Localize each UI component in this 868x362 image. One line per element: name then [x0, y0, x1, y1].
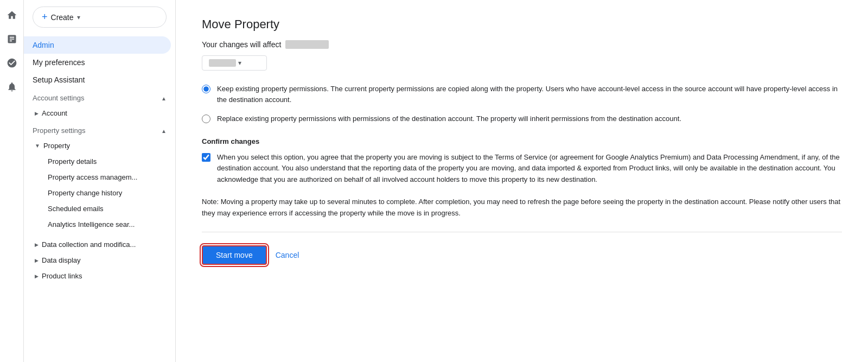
property-settings-header[interactable]: Property settings — [24, 121, 175, 138]
scheduled-emails-nav[interactable]: Scheduled emails — [24, 201, 175, 217]
action-row: Start move Cancel — [202, 245, 842, 265]
subtitle-text: Your changes will affect — [202, 40, 281, 49]
property-arrow-icon — [35, 143, 40, 149]
account-arrow-icon — [35, 110, 39, 116]
divider — [202, 232, 842, 232]
cancel-button[interactable]: Cancel — [276, 251, 299, 259]
radio-option-keep: Keep existing property permissions. The … — [202, 84, 842, 105]
property-change-history-nav[interactable]: Property change history — [24, 185, 175, 201]
note-text: Note: Moving a property may take up to s… — [202, 196, 842, 219]
data-display-arrow-icon — [35, 257, 39, 263]
radio-replace-input[interactable] — [202, 115, 210, 123]
data-collection-label: Data collection and modifica... — [42, 240, 136, 249]
confirm-title: Confirm changes — [202, 137, 842, 145]
alerts-icon[interactable] — [2, 77, 22, 97]
account-settings-label: Account settings — [33, 94, 84, 102]
preferences-nav[interactable]: My preferences — [24, 54, 171, 71]
create-plus-icon: + — [42, 11, 48, 23]
property-details-nav[interactable]: Property details — [24, 154, 175, 169]
confirm-checkbox[interactable] — [202, 153, 210, 162]
create-chevron-icon: ▾ — [77, 14, 80, 21]
left-nav: + Create ▾ Admin My preferences Setup As… — [24, 0, 176, 362]
property-nav[interactable]: Property — [24, 138, 175, 154]
data-collection-nav[interactable]: Data collection and modifica... — [24, 237, 175, 252]
destination-dropdown[interactable]: ▾ — [202, 55, 267, 71]
account-nav[interactable]: Account — [24, 105, 175, 121]
create-label: Create — [51, 13, 74, 22]
page-title: Move Property — [202, 17, 842, 31]
property-label: Property — [43, 142, 70, 150]
property-settings-chevron-icon — [161, 126, 167, 135]
product-links-label: Product links — [42, 272, 82, 280]
account-label: Account — [42, 109, 67, 117]
checkbox-row: When you select this option, you agree t… — [202, 152, 842, 186]
dropdown-row: ▾ — [202, 55, 842, 71]
radio-keep-label: Keep existing property permissions. The … — [217, 84, 842, 105]
start-move-button[interactable]: Start move — [202, 245, 267, 265]
data-display-label: Data display — [42, 256, 81, 264]
confirm-checkbox-label: When you select this option, you agree t… — [217, 152, 842, 186]
search-intelligence-icon[interactable] — [2, 53, 22, 73]
blurred-account-name — [285, 40, 329, 49]
setup-nav[interactable]: Setup Assistant — [24, 71, 171, 88]
data-display-nav[interactable]: Data display — [24, 252, 175, 268]
dropdown-chevron-icon: ▾ — [238, 59, 241, 67]
admin-nav[interactable]: Admin — [24, 36, 171, 54]
account-settings-header[interactable]: Account settings — [24, 88, 175, 105]
home-icon[interactable] — [2, 5, 22, 25]
analytics-intelligence-nav[interactable]: Analytics Intelligence sear... — [24, 217, 175, 232]
radio-replace-label: Replace existing property permissions wi… — [217, 113, 681, 124]
icon-rail — [0, 0, 24, 362]
data-collection-arrow-icon — [35, 242, 39, 247]
create-button[interactable]: + Create ▾ — [33, 7, 167, 28]
radio-option-replace: Replace existing property permissions wi… — [202, 113, 842, 124]
confirm-section: Confirm changes When you select this opt… — [202, 137, 842, 186]
property-settings-label: Property settings — [33, 126, 86, 135]
property-access-nav[interactable]: Property access managem... — [24, 169, 175, 185]
reports-icon[interactable] — [2, 29, 22, 49]
radio-keep-input[interactable] — [202, 85, 210, 93]
dropdown-value — [209, 59, 236, 67]
main-content: Move Property Your changes will affect ▾… — [176, 0, 868, 362]
product-links-arrow-icon — [35, 273, 39, 279]
account-settings-chevron-icon — [161, 94, 167, 102]
product-links-nav[interactable]: Product links — [24, 268, 175, 284]
subtitle-row: Your changes will affect — [202, 40, 842, 49]
